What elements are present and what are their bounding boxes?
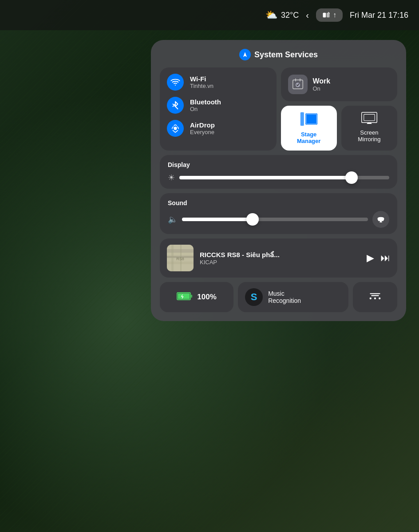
control-center-panel: System Services Wi-Fi Tinhte.vn (151, 40, 406, 321)
panel-header: System Services (160, 49, 397, 60)
shazam-logo: S (251, 291, 257, 303)
stage-manager-label: StageManager (297, 131, 320, 144)
now-playing-block: RS8 RICCKS RS8 - Siêu phẩ... KICAP ▶ ⏭ (160, 238, 397, 278)
svg-rect-0 (323, 13, 326, 18)
dots-menu-icon (368, 290, 382, 304)
track-info: RICCKS RS8 - Siêu phẩ... KICAP (200, 251, 360, 266)
cloud-icon: ⛅ (265, 9, 277, 21)
work-text: Work On (313, 77, 331, 92)
focus-button[interactable]: ↑ (316, 8, 343, 22)
svg-point-20 (370, 298, 372, 299)
svg-text:RS8: RS8 (176, 257, 184, 261)
display-title: Display (168, 161, 389, 168)
screen-mirroring-block[interactable]: ScreenMirroring (341, 106, 397, 151)
album-art: RS8 (167, 245, 194, 271)
airdrop-name: AirDrop (190, 121, 215, 129)
svg-rect-18 (178, 293, 190, 299)
brightness-icon: ☀ (168, 173, 175, 183)
bluetooth-status: On (190, 106, 221, 112)
svg-point-22 (379, 298, 380, 299)
work-block[interactable]: Work On (281, 67, 398, 101)
stage-manager-icon (300, 112, 318, 128)
connectivity-block: Wi-Fi Tinhte.vn Bluetooth On (160, 67, 277, 151)
datetime-display: Fri Mar 21 17:16 (350, 11, 408, 20)
dots-menu-block[interactable] (353, 282, 397, 312)
svg-rect-23 (370, 293, 380, 294)
bluetooth-item[interactable]: Bluetooth On (167, 97, 269, 114)
battery-percent: 100% (197, 293, 216, 302)
work-name: Work (313, 77, 331, 85)
media-controls: ▶ ⏭ (367, 252, 390, 264)
wifi-item[interactable]: Wi-Fi Tinhte.vn (167, 74, 269, 91)
volume-slider[interactable] (182, 218, 368, 221)
battery-block: 100% (160, 282, 233, 312)
weather-display: ⛅ 32°C (265, 9, 299, 21)
sound-section: Sound 🔈 (160, 193, 397, 234)
music-recognition-text: Music Recognition (268, 290, 301, 304)
bottom-row: 100% S Music Recognition (160, 282, 397, 312)
top-grid: Wi-Fi Tinhte.vn Bluetooth On (160, 67, 397, 151)
airdrop-text: AirDrop Everyone (190, 121, 215, 135)
status-bar: ⛅ 32°C ‹ ↑ Fri Mar 21 17:16 (0, 0, 419, 30)
right-column: Work On StageManager (281, 67, 398, 151)
battery-icon (177, 292, 193, 303)
airplay-button[interactable] (372, 211, 389, 228)
volume-slider-row: 🔈 (168, 211, 389, 228)
bluetooth-text: Bluetooth On (190, 98, 221, 112)
work-status: On (313, 85, 331, 92)
track-name: RICCKS RS8 - Siêu phẩ... (200, 251, 360, 259)
svg-rect-9 (364, 114, 375, 120)
stage-mirroring-row: StageManager ScreenMirroring (281, 106, 398, 151)
svg-rect-24 (371, 295, 379, 296)
sound-title: Sound (168, 199, 389, 206)
airdrop-status: Everyone (190, 129, 215, 135)
wifi-text: Wi-Fi Tinhte.vn (190, 75, 213, 89)
svg-point-2 (174, 127, 177, 130)
focus-icon (322, 11, 330, 19)
wifi-status: Tinhte.vn (190, 83, 213, 89)
temperature: 32°C (281, 11, 299, 20)
music-recognition-label2: Recognition (268, 297, 301, 304)
wifi-name: Wi-Fi (190, 75, 213, 83)
volume-icon: 🔈 (168, 214, 178, 224)
music-recognition-label1: Music (268, 290, 301, 297)
skip-button[interactable]: ⏭ (380, 252, 390, 264)
track-artist: KICAP (200, 259, 360, 266)
wifi-icon (167, 74, 184, 91)
svg-rect-7 (306, 114, 316, 124)
music-recognition-block[interactable]: S Music Recognition (238, 282, 348, 312)
screen-mirroring-icon (361, 112, 377, 127)
chevron-left-icon: ‹ (306, 10, 309, 20)
album-art-image: RS8 (167, 245, 194, 271)
shazam-icon: S (245, 288, 263, 306)
screen-mirroring-label: ScreenMirroring (358, 129, 380, 143)
svg-point-21 (374, 298, 376, 299)
airdrop-item[interactable]: AirDrop Everyone (167, 120, 269, 137)
panel-title: System Services (254, 50, 318, 60)
stage-manager-block[interactable]: StageManager (281, 106, 337, 151)
brightness-slider-row: ☀ (168, 173, 389, 183)
svg-rect-1 (327, 13, 330, 18)
work-icon (288, 75, 308, 94)
airdrop-icon (167, 120, 184, 137)
svg-rect-5 (300, 112, 304, 126)
bluetooth-icon (167, 97, 184, 114)
play-button[interactable]: ▶ (367, 252, 374, 264)
bluetooth-name: Bluetooth (190, 98, 221, 106)
location-icon (239, 49, 251, 60)
svg-rect-19 (190, 294, 192, 298)
display-section: Display ☀ (160, 155, 397, 189)
svg-rect-14 (171, 245, 174, 271)
brightness-slider[interactable] (179, 176, 389, 179)
